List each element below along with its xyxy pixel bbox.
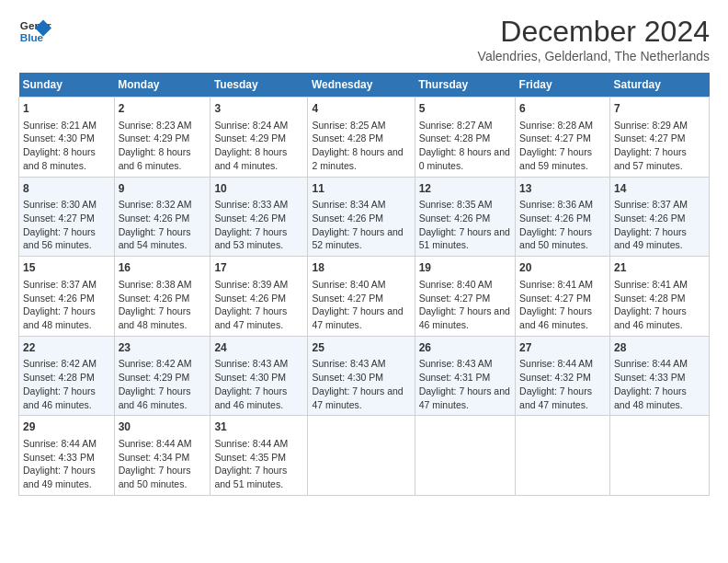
calendar-cell: 13Sunrise: 8:36 AMSunset: 4:26 PMDayligh… — [516, 177, 610, 257]
header-saturday: Saturday — [609, 73, 709, 98]
sunrise-text: Sunrise: 8:40 AM — [312, 279, 385, 290]
day-number: 26 — [419, 340, 511, 356]
calendar-week-row: 15Sunrise: 8:37 AMSunset: 4:26 PMDayligh… — [19, 257, 710, 337]
sunrise-text: Sunrise: 8:44 AM — [519, 358, 593, 369]
sunset-text: Sunset: 4:27 PM — [419, 293, 491, 304]
daylight-text: Daylight: 7 hours and 47 minutes. — [214, 305, 287, 330]
header-monday: Monday — [114, 73, 210, 98]
sunset-text: Sunset: 4:30 PM — [23, 132, 95, 144]
calendar-cell: 17Sunrise: 8:39 AMSunset: 4:26 PMDayligh… — [210, 257, 308, 337]
calendar-title: December 2024 — [478, 15, 710, 49]
daylight-text: Daylight: 7 hours and 46 minutes. — [23, 385, 96, 410]
day-number: 28 — [614, 340, 705, 356]
day-number: 5 — [419, 101, 511, 117]
daylight-text: Daylight: 7 hours and 49 minutes. — [23, 465, 96, 489]
calendar-cell: 31Sunrise: 8:44 AMSunset: 4:35 PMDayligh… — [210, 416, 308, 496]
sunrise-text: Sunrise: 8:29 AM — [614, 120, 688, 131]
daylight-text: Daylight: 7 hours and 51 minutes. — [419, 226, 510, 251]
header-tuesday: Tuesday — [210, 73, 308, 98]
calendar-cell: 20Sunrise: 8:41 AMSunset: 4:27 PMDayligh… — [516, 257, 610, 337]
calendar-cell: 5Sunrise: 8:27 AMSunset: 4:28 PMDaylight… — [415, 98, 515, 178]
calendar-header-row: SundayMondayTuesdayWednesdayThursdayFrid… — [19, 73, 710, 98]
daylight-text: Daylight: 7 hours and 49 minutes. — [614, 226, 687, 251]
day-number: 21 — [614, 260, 705, 276]
daylight-text: Daylight: 8 hours and 4 minutes. — [214, 146, 287, 171]
day-number: 19 — [419, 260, 511, 276]
calendar-cell: 25Sunrise: 8:43 AMSunset: 4:30 PMDayligh… — [308, 336, 415, 416]
sunrise-text: Sunrise: 8:41 AM — [614, 279, 688, 290]
daylight-text: Daylight: 8 hours and 2 minutes. — [312, 146, 403, 171]
sunset-text: Sunset: 4:35 PM — [214, 452, 286, 463]
day-number: 13 — [519, 181, 606, 197]
logo-icon: General Blue — [18, 15, 51, 48]
daylight-text: Daylight: 7 hours and 47 minutes. — [312, 385, 403, 410]
calendar-cell: 28Sunrise: 8:44 AMSunset: 4:33 PMDayligh… — [609, 336, 709, 416]
calendar-cell: 19Sunrise: 8:40 AMSunset: 4:27 PMDayligh… — [415, 257, 515, 337]
sunset-text: Sunset: 4:26 PM — [614, 213, 686, 224]
daylight-text: Daylight: 7 hours and 50 minutes. — [119, 465, 191, 489]
sunset-text: Sunset: 4:28 PM — [419, 132, 491, 144]
day-number: 7 — [614, 101, 705, 117]
day-number: 1 — [23, 101, 110, 117]
calendar-week-row: 22Sunrise: 8:42 AMSunset: 4:28 PMDayligh… — [19, 336, 710, 416]
sunset-text: Sunset: 4:28 PM — [312, 132, 383, 144]
daylight-text: Daylight: 7 hours and 51 minutes. — [214, 465, 287, 489]
calendar-cell: 3Sunrise: 8:24 AMSunset: 4:29 PMDaylight… — [210, 98, 308, 178]
sunset-text: Sunset: 4:31 PM — [419, 372, 491, 383]
day-number: 23 — [119, 340, 207, 356]
sunrise-text: Sunrise: 8:44 AM — [614, 358, 688, 369]
sunrise-text: Sunrise: 8:28 AM — [519, 120, 593, 131]
daylight-text: Daylight: 7 hours and 52 minutes. — [312, 226, 403, 251]
logo: General Blue — [18, 15, 51, 48]
sunrise-text: Sunrise: 8:38 AM — [119, 279, 192, 290]
sunset-text: Sunset: 4:34 PM — [119, 452, 190, 463]
sunrise-text: Sunrise: 8:40 AM — [419, 279, 493, 290]
calendar-cell: 1Sunrise: 8:21 AMSunset: 4:30 PMDaylight… — [19, 98, 115, 178]
calendar-cell — [516, 416, 610, 496]
sunrise-text: Sunrise: 8:35 AM — [419, 199, 493, 210]
sunrise-text: Sunrise: 8:37 AM — [614, 199, 688, 210]
sunset-text: Sunset: 4:27 PM — [519, 293, 591, 304]
day-number: 27 — [519, 340, 606, 356]
calendar-cell: 16Sunrise: 8:38 AMSunset: 4:26 PMDayligh… — [114, 257, 210, 337]
calendar-cell: 7Sunrise: 8:29 AMSunset: 4:27 PMDaylight… — [609, 98, 709, 178]
calendar-cell — [415, 416, 515, 496]
sunset-text: Sunset: 4:27 PM — [23, 213, 95, 224]
calendar-cell: 8Sunrise: 8:30 AMSunset: 4:27 PMDaylight… — [19, 177, 115, 257]
sunset-text: Sunset: 4:26 PM — [312, 213, 383, 224]
sunset-text: Sunset: 4:32 PM — [519, 372, 591, 383]
day-number: 4 — [312, 101, 410, 117]
sunrise-text: Sunrise: 8:42 AM — [23, 358, 97, 369]
day-number: 20 — [519, 260, 606, 276]
calendar-cell: 21Sunrise: 8:41 AMSunset: 4:28 PMDayligh… — [609, 257, 709, 337]
calendar-cell: 29Sunrise: 8:44 AMSunset: 4:33 PMDayligh… — [19, 416, 115, 496]
sunset-text: Sunset: 4:26 PM — [119, 213, 190, 224]
sunrise-text: Sunrise: 8:43 AM — [312, 358, 385, 369]
sunset-text: Sunset: 4:33 PM — [23, 452, 95, 463]
sunrise-text: Sunrise: 8:23 AM — [119, 120, 192, 131]
header-sunday: Sunday — [19, 73, 115, 98]
daylight-text: Daylight: 7 hours and 47 minutes. — [519, 385, 592, 410]
calendar-cell: 4Sunrise: 8:25 AMSunset: 4:28 PMDaylight… — [308, 98, 415, 178]
calendar-cell: 9Sunrise: 8:32 AMSunset: 4:26 PMDaylight… — [114, 177, 210, 257]
day-number: 8 — [23, 181, 110, 197]
sunset-text: Sunset: 4:27 PM — [312, 293, 383, 304]
calendar-cell: 14Sunrise: 8:37 AMSunset: 4:26 PMDayligh… — [609, 177, 709, 257]
daylight-text: Daylight: 7 hours and 46 minutes. — [614, 305, 687, 330]
sunset-text: Sunset: 4:26 PM — [519, 213, 591, 224]
sunrise-text: Sunrise: 8:42 AM — [119, 358, 192, 369]
calendar-cell: 12Sunrise: 8:35 AMSunset: 4:26 PMDayligh… — [415, 177, 515, 257]
calendar-subtitle: Valendries, Gelderland, The Netherlands — [478, 49, 710, 63]
sunrise-text: Sunrise: 8:30 AM — [23, 199, 97, 210]
sunset-text: Sunset: 4:28 PM — [614, 293, 686, 304]
sunset-text: Sunset: 4:29 PM — [119, 372, 190, 383]
day-number: 31 — [214, 419, 303, 435]
sunrise-text: Sunrise: 8:39 AM — [214, 279, 288, 290]
daylight-text: Daylight: 7 hours and 48 minutes. — [23, 305, 96, 330]
daylight-text: Daylight: 7 hours and 53 minutes. — [214, 226, 287, 251]
day-number: 2 — [119, 101, 207, 117]
sunset-text: Sunset: 4:26 PM — [214, 213, 286, 224]
sunrise-text: Sunrise: 8:44 AM — [119, 438, 192, 449]
sunrise-text: Sunrise: 8:24 AM — [214, 120, 288, 131]
calendar-week-row: 8Sunrise: 8:30 AMSunset: 4:27 PMDaylight… — [19, 177, 710, 257]
